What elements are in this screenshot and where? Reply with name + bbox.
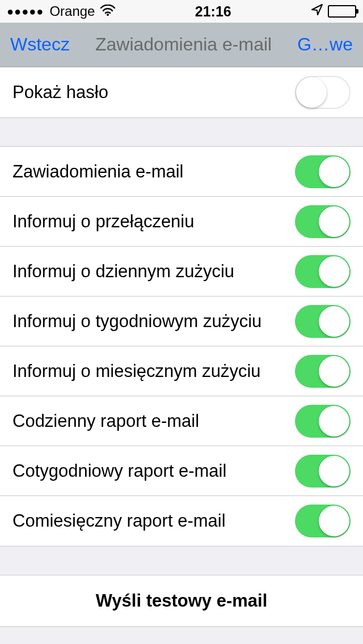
notification-toggle-2[interactable] [295,255,351,288]
wifi-icon [100,3,115,19]
cell-notification-0: Zawiadomienia e-mail [0,147,363,197]
group-show-password: Pokaż hasło [0,67,363,118]
status-right [311,3,356,19]
notification-label: Informuj o dziennym zużyciu [12,261,234,282]
nav-bar: Wstecz Zawiadomienia e-mail G…we [0,23,363,67]
notification-toggle-4[interactable] [295,355,351,388]
spacer [0,118,363,146]
notification-label: Codzienny raport e-mail [12,411,199,431]
cell-notification-7: Comiesięczny raport e-mail [0,496,363,546]
cell-notification-6: Cotygodniowy raport e-mail [0,446,363,496]
notification-toggle-7[interactable] [295,505,351,537]
send-test-email-button[interactable]: Wyśli testowy e-mail [0,575,363,626]
notification-toggle-3[interactable] [295,305,351,338]
show-password-label: Pokaż hasło [12,82,108,103]
send-test-email-label: Wyśli testowy e-mail [96,591,268,611]
location-icon [311,3,323,19]
group-notifications: Zawiadomienia e-mailInformuj o przełącze… [0,146,363,546]
notification-toggle-5[interactable] [295,405,351,438]
group-send-test: Wyśli testowy e-mail [0,575,363,627]
cell-notification-4: Informuj o miesięcznym zużyciu [0,346,363,396]
notification-label: Informuj o tygodniowym zużyciu [12,311,261,332]
cell-notification-2: Informuj o dziennym zużyciu [0,247,363,296]
notification-label: Informuj o przełączeniu [12,211,195,232]
notification-label: Comiesięczny raport e-mail [12,511,226,531]
status-bar: ●●●●● Orange 21:16 [0,0,363,23]
show-password-toggle[interactable] [295,76,351,109]
svg-point-0 [107,14,109,16]
carrier-label: Orange [49,3,95,19]
notification-label: Cotygodniowy raport e-mail [12,461,226,481]
signal-dots-icon: ●●●●● [7,5,44,18]
notification-label: Zawiadomienia e-mail [12,162,184,182]
status-time: 21:16 [195,3,231,20]
notification-label: Informuj o miesięcznym zużyciu [12,361,261,382]
notification-toggle-6[interactable] [295,455,351,488]
battery-icon [328,5,356,18]
nav-right-button[interactable]: G…we [297,34,353,55]
spacer [0,546,363,575]
page-title: Zawiadomienia e-mail [70,34,297,55]
cell-show-password: Pokaż hasło [0,67,363,117]
status-left: ●●●●● Orange [7,3,115,19]
back-button[interactable]: Wstecz [10,34,70,55]
cell-notification-5: Codzienny raport e-mail [0,396,363,446]
cell-notification-1: Informuj o przełączeniu [0,197,363,247]
notification-toggle-0[interactable] [295,155,351,188]
cell-notification-3: Informuj o tygodniowym zużyciu [0,296,363,346]
notification-toggle-1[interactable] [295,205,351,238]
